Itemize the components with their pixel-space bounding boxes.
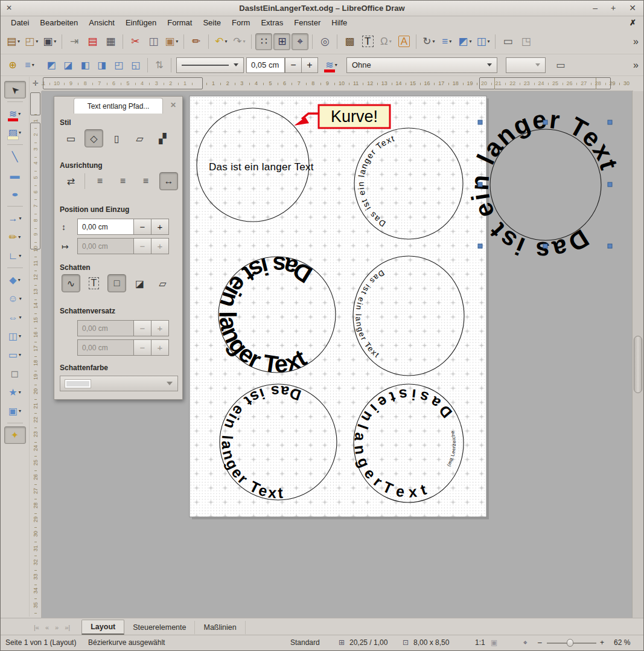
flowchart-tool[interactable]: ◫▾ xyxy=(4,327,26,345)
align-button[interactable]: ≡▾ xyxy=(438,33,455,50)
distribute-button[interactable]: ◫▾ xyxy=(474,33,491,50)
chevron-down-icon[interactable] xyxy=(234,63,238,66)
tab-steuerelemente[interactable]: Steuerelemente xyxy=(124,621,195,634)
fontwork-shadow-slant[interactable]: ▱ xyxy=(153,274,172,292)
handle-middle-right[interactable] xyxy=(608,182,612,187)
zoom-slider-thumb[interactable] xyxy=(567,639,573,647)
basic-shapes-tool[interactable]: ◆▾ xyxy=(4,271,26,289)
connector-tool[interactable]: ∟▾ xyxy=(4,247,26,265)
handle-top-left[interactable] xyxy=(478,120,482,124)
handle-bottom-left[interactable] xyxy=(478,244,482,248)
chevron-down-icon[interactable] xyxy=(487,63,492,66)
fontwork-orientation[interactable]: ⇄ xyxy=(62,172,80,190)
bring-forward-button[interactable]: ◪ xyxy=(60,57,76,73)
new-document-button[interactable]: ▤▾ xyxy=(5,33,22,50)
line-color-select[interactable]: ≋▾ xyxy=(324,57,339,73)
clone-formatting-button[interactable]: ✏ xyxy=(188,33,205,50)
handle-middle-left[interactable] xyxy=(478,182,482,187)
flowchart-tool-dropdown[interactable]: ▾ xyxy=(19,333,21,339)
insert-fontwork-button[interactable]: A xyxy=(395,33,412,50)
3d-objects-tool[interactable]: ▣▾ xyxy=(4,402,26,420)
rotate-button-dropdown[interactable]: ▾ xyxy=(432,39,435,44)
symbol-shapes-tool-dropdown[interactable]: ▾ xyxy=(19,296,22,301)
select-tool[interactable]: ➤ xyxy=(4,81,26,98)
lines-and-arrows-tool-dropdown[interactable]: ▾ xyxy=(19,216,21,221)
callout-shapes-tool-dropdown[interactable]: ▾ xyxy=(19,352,21,358)
line-width-decrease[interactable]: − xyxy=(285,57,302,73)
vertical-scrollbar-thumb[interactable] xyxy=(634,336,642,393)
fontwork-align-center[interactable]: ≡ xyxy=(113,172,132,190)
menu-ansicht[interactable]: Ansicht xyxy=(83,18,120,28)
fontwork-style-upright[interactable]: ▯ xyxy=(107,129,126,147)
tab-layout[interactable]: Layout xyxy=(81,620,124,635)
standard-toolbar-overflow[interactable]: » xyxy=(633,36,639,47)
menu-einfügen[interactable]: Einfügen xyxy=(120,18,162,28)
text-box-tool[interactable]: ◻ xyxy=(4,365,26,382)
insert-line-tool[interactable]: ╲ xyxy=(4,148,26,165)
in-front-of-object-button[interactable]: ◰ xyxy=(111,57,127,73)
lines-and-arrows-tool[interactable]: →▾ xyxy=(4,210,26,227)
bring-to-front-button[interactable]: ◩ xyxy=(43,57,59,73)
plain-text[interactable]: Das ist ein langer Text xyxy=(209,161,314,173)
fontwork-shadow-vertical[interactable]: ◪ xyxy=(130,274,149,292)
send-to-back-button[interactable]: ◨ xyxy=(94,57,110,73)
curve-tool-dropdown[interactable]: ▾ xyxy=(18,234,21,240)
cut-button[interactable]: ✂ xyxy=(127,33,144,50)
fontwork-style-slant-vertical[interactable]: ▞ xyxy=(153,129,172,147)
zoom-fit-icon[interactable]: ⌖ xyxy=(523,638,528,647)
position-size-button[interactable]: ⊕ xyxy=(5,57,21,73)
send-backward-button[interactable]: ◧ xyxy=(77,57,93,73)
stars-banners-tool-dropdown[interactable]: ▾ xyxy=(19,390,21,395)
vertical-scrollbar[interactable] xyxy=(632,91,643,618)
vertical-ruler[interactable]: 1234567891011121314151617181920212223242… xyxy=(30,91,42,618)
handle-top-right[interactable] xyxy=(608,120,612,124)
fontwork-dialog-title[interactable]: Text entlang Pfad... xyxy=(74,98,163,114)
menu-bearbeiten[interactable]: Bearbeiten xyxy=(34,18,83,28)
menu-hilfe[interactable]: Hilfe xyxy=(326,18,352,28)
transformations-tool[interactable]: ✦ xyxy=(4,426,26,444)
align-objects-button[interactable]: ≡▾ xyxy=(22,57,37,73)
status-scale[interactable]: 1:1 xyxy=(475,638,485,647)
line-color-tool[interactable]: ≋▾ xyxy=(4,105,26,123)
zoom-in-button[interactable]: + xyxy=(600,638,604,647)
helplines-toggle[interactable]: ⌖ xyxy=(292,33,308,50)
open-button-dropdown[interactable]: ▾ xyxy=(36,39,38,44)
maximize-button[interactable]: + xyxy=(611,3,616,13)
window-menu-icon[interactable]: ✕ xyxy=(6,4,12,12)
line-color-select-dropdown[interactable]: ▾ xyxy=(335,62,337,68)
menu-extras[interactable]: Extras xyxy=(255,18,289,28)
horizontal-ruler[interactable]: 1110987654321123456789101112131415161718… xyxy=(42,77,633,91)
fontwork-align-left[interactable]: ≡ xyxy=(91,172,109,190)
fontwork-show-contour[interactable]: ∿ xyxy=(62,274,80,292)
save-button[interactable]: ▣▾ xyxy=(41,33,58,50)
save-button-dropdown[interactable]: ▾ xyxy=(54,39,56,44)
callout-text[interactable]: Kurve! xyxy=(331,107,378,126)
distance-input[interactable]: 0,00 cm xyxy=(77,219,134,235)
curved-text-selected[interactable]: Das ist ein langer Text xyxy=(465,105,624,266)
fontwork-shadow-none[interactable]: □ xyxy=(107,274,126,292)
undo-button-dropdown[interactable]: ▾ xyxy=(225,39,227,44)
status-style[interactable]: Standard xyxy=(290,638,320,647)
snap-to-grid-toggle[interactable]: ⊞ xyxy=(273,33,290,50)
menu-seite[interactable]: Seite xyxy=(197,18,226,28)
export-pdf-button[interactable]: ▤ xyxy=(84,33,101,50)
paste-button-dropdown[interactable]: ▾ xyxy=(176,39,178,44)
basic-shapes-tool-dropdown[interactable]: ▾ xyxy=(18,277,21,283)
tab-maßlinien[interactable]: Maßlinien xyxy=(195,621,245,634)
line-width-increase[interactable]: + xyxy=(301,57,318,73)
fontwork-style-off[interactable]: ▭ xyxy=(62,129,80,147)
display-grid-toggle[interactable]: ∷ xyxy=(255,33,272,50)
callout-shapes-tool[interactable]: ▭▾ xyxy=(4,346,26,364)
distance-increase[interactable]: + xyxy=(151,219,169,235)
shadow-toggle[interactable]: ▭ xyxy=(553,57,569,73)
symbol-shapes-tool[interactable]: ☺▾ xyxy=(4,290,26,307)
line-width-input[interactable]: 0,05 cm xyxy=(246,57,285,73)
block-arrows-tool-dropdown[interactable]: ▾ xyxy=(19,315,21,320)
zoom-button[interactable]: ◎ xyxy=(316,33,333,50)
undo-button[interactable]: ↶▾ xyxy=(212,33,229,50)
3d-objects-tool-dropdown[interactable]: ▾ xyxy=(19,408,21,414)
fontwork-align-right[interactable]: ≡ xyxy=(136,172,155,190)
block-arrows-tool[interactable]: ⇔▾ xyxy=(4,309,26,326)
new-document-button-dropdown[interactable]: ▾ xyxy=(18,39,20,44)
behind-object-button[interactable]: ◱ xyxy=(128,57,144,73)
